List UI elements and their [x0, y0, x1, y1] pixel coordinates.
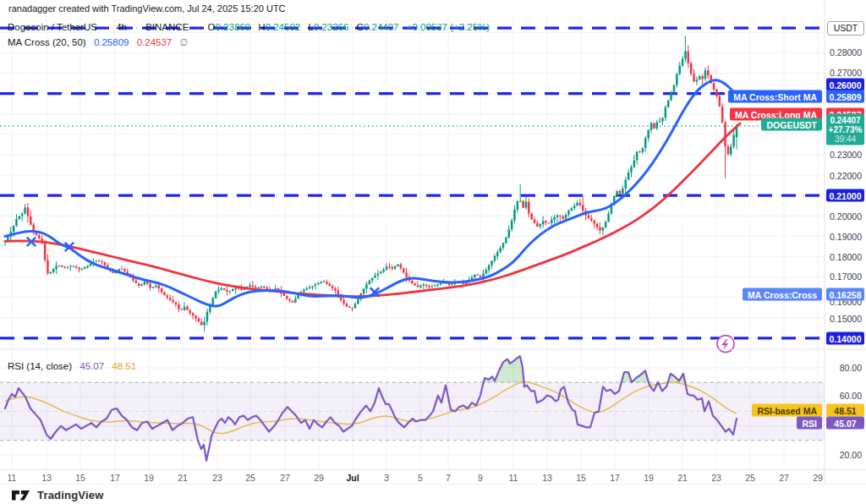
close-value: 0.24407 — [364, 22, 399, 32]
rsi-legend-row[interactable]: RSI (14, close) 45.07 48.51 — [8, 361, 136, 371]
high-label: H — [258, 22, 265, 32]
attribution-text: ranadagger created with TradingView.com,… — [8, 3, 286, 14]
separator: · — [134, 22, 138, 32]
separator: · — [197, 22, 200, 32]
rsi-label: RSI (14, close) — [8, 361, 72, 371]
change-value: +0.00537 (+2.25%) — [407, 22, 490, 32]
ma-cross-legend-row[interactable]: MA Cross (20, 50) 0.25809 0.24537 ∅ — [8, 36, 188, 48]
tradingview-chart[interactable]: ranadagger created with TradingView.com,… — [0, 0, 866, 504]
chart-canvas[interactable] — [0, 0, 866, 504]
symbol-title: Dogecoin / TetherUS — [8, 22, 97, 32]
low-value: 0.23266 — [314, 22, 349, 32]
price-scale-currency: USDT — [827, 21, 864, 36]
close-label: C — [357, 22, 364, 32]
interval-label: 4h — [116, 22, 127, 32]
ma-fast-value: 0.25809 — [94, 37, 129, 47]
ma-cross-label: MA Cross (20, 50) — [8, 37, 86, 47]
rsi-value: 45.07 — [79, 361, 104, 371]
symbol-legend-row[interactable]: Dogecoin / TetherUS · 4h · BINANCE · O0.… — [8, 22, 490, 32]
exchange-label: BINANCE — [145, 22, 189, 32]
tradingview-brand-text[interactable]: TradingView — [37, 489, 104, 501]
high-value: 0.24502 — [266, 22, 301, 32]
open-label: O — [208, 22, 216, 32]
rsi-ma-value: 48.51 — [112, 361, 136, 371]
separator: · — [105, 22, 108, 32]
footer-bar: TradingView — [0, 484, 866, 504]
ma-cross-empty-value: ∅ — [179, 37, 188, 47]
ma-slow-value: 0.24537 — [137, 37, 173, 47]
tradingview-logo-icon[interactable] — [10, 487, 32, 502]
open-value: 0.23869 — [216, 22, 251, 32]
